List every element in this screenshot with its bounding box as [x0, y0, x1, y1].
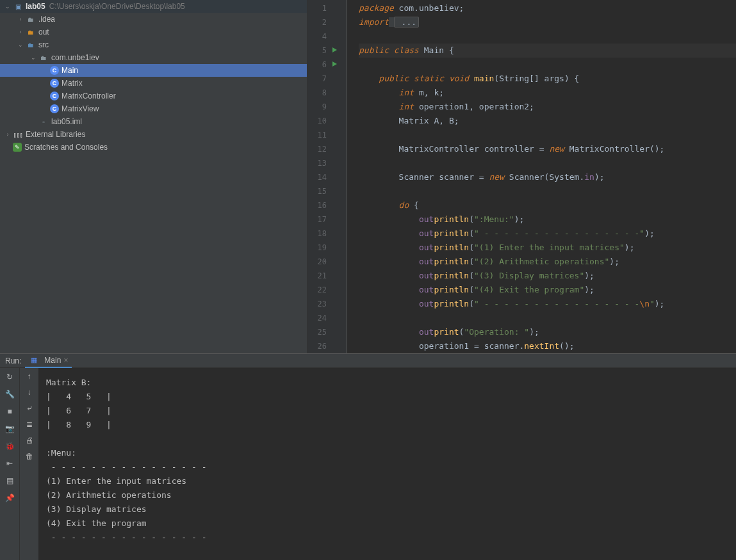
chevron-down-icon: ⌄	[15, 42, 26, 48]
package-row[interactable]: ⌄ 🖿 com.unbe1iev	[0, 51, 307, 64]
chevron-right-icon: ›	[3, 131, 13, 138]
fold-column	[338, 0, 347, 353]
folder-out[interactable]: › 🖿 out	[0, 26, 307, 38]
chevron-right-icon: ›	[15, 16, 26, 22]
module-icon: ▣	[13, 1, 23, 12]
external-libraries[interactable]: › ⫿⫿⫿ External Libraries	[0, 128, 307, 141]
print-icon[interactable]: 🖨	[26, 436, 33, 445]
class-label: Main	[61, 66, 78, 75]
code-editor[interactable]: 1245678910111213141516171819202122232425…	[307, 0, 736, 353]
up-icon[interactable]: ↑	[28, 372, 31, 381]
project-root-name: lab05	[26, 2, 45, 11]
softwrap-icon[interactable]: ⤶	[26, 404, 33, 413]
file-icon: ▫	[38, 116, 49, 127]
class-label: MatrixController	[61, 92, 116, 100]
code-content[interactable]: package com.unbe1iev; import ... public …	[347, 0, 736, 353]
close-icon[interactable]: ×	[63, 356, 68, 365]
folder-label: .idea	[38, 15, 55, 24]
project-root[interactable]: ⌄ ▣ lab05 C:\Users\oskja\OneDrive\Deskto…	[0, 0, 307, 13]
run-header: Run: ▦ Main ×	[0, 354, 736, 368]
file-label: lab05.iml	[51, 117, 82, 126]
package-label: com.unbe1iev	[51, 53, 99, 62]
run-tool-window[interactable]: Run: ▦ Main × ↻ 🔧 ■ 📷 🐞 ⇤ ▤ 📌 ↑ ↓ ⤶ ≣ 🖨 …	[0, 353, 736, 560]
stop-icon[interactable]: ■	[4, 406, 15, 417]
layout-icon[interactable]: ▤	[4, 476, 15, 486]
folder-icon: 🖿	[26, 27, 36, 37]
folder-label: out	[38, 28, 49, 36]
external-libs-label: External Libraries	[26, 130, 85, 139]
scratches-label: Scratches and Consoles	[24, 143, 108, 152]
folder-label: src	[38, 40, 49, 49]
line-number-gutter: 1245678910111213141516171819202122232425…	[307, 0, 338, 353]
class-label: Matrix	[61, 79, 83, 88]
scratch-icon: ✎	[13, 143, 22, 152]
chevron-right-icon: ›	[15, 29, 26, 35]
run-toolbar-right: ↑ ↓ ⤶ ≣ 🖨 🗑	[19, 368, 38, 560]
class-icon: C	[50, 92, 59, 100]
down-icon[interactable]: ↓	[28, 388, 31, 397]
project-root-path: C:\Users\oskja\OneDrive\Desktop\lab05	[49, 2, 185, 11]
libraries-icon: ⫿⫿⫿	[13, 129, 23, 140]
run-tab-main[interactable]: ▦ Main ×	[25, 354, 72, 368]
folder-icon: 🖿	[26, 14, 36, 24]
class-main[interactable]: C Main	[0, 64, 307, 77]
chevron-down-icon: ⌄	[28, 54, 38, 61]
camera-icon[interactable]: 📷	[4, 424, 15, 434]
run-toolbar-left: ↻ 🔧 ■ 📷 🐞 ⇤ ▤ 📌	[0, 368, 19, 560]
console-output[interactable]: Matrix B: | 4 5 | | 6 7 | | 8 9 | :Menu:…	[38, 368, 736, 560]
scroll-icon[interactable]: ≣	[26, 420, 33, 429]
chevron-down-icon: ⌄	[3, 3, 13, 10]
pin-icon[interactable]: 📌	[4, 493, 15, 503]
package-icon: 🖿	[38, 52, 49, 63]
exit-icon[interactable]: ⇤	[4, 458, 15, 468]
class-matrixcontroller[interactable]: C MatrixController	[0, 90, 307, 102]
folder-idea[interactable]: › 🖿 .idea	[0, 13, 307, 26]
class-icon: C	[50, 79, 59, 88]
folder-src[interactable]: ⌄ 🖿 src	[0, 38, 307, 51]
class-matrixview[interactable]: C MatrixView	[0, 102, 307, 115]
project-tree[interactable]: ⌄ ▣ lab05 C:\Users\oskja\OneDrive\Deskto…	[0, 0, 307, 353]
class-icon: C	[50, 66, 59, 75]
trash-icon[interactable]: 🗑	[26, 452, 33, 461]
class-matrix[interactable]: C Matrix	[0, 77, 307, 90]
file-iml[interactable]: ▫ lab05.iml	[0, 115, 307, 128]
class-label: MatrixView	[61, 104, 99, 113]
run-label: Run:	[5, 356, 21, 365]
rerun-icon[interactable]: ↻	[4, 372, 15, 382]
bug-icon[interactable]: 🐞	[4, 441, 15, 451]
wrench-icon[interactable]: 🔧	[4, 389, 15, 399]
scratches[interactable]: ✎ Scratches and Consoles	[0, 141, 307, 154]
run-tab-label: Main	[44, 356, 61, 365]
folder-icon: 🖿	[26, 40, 36, 50]
app-icon: ▦	[29, 355, 39, 365]
class-icon: C	[50, 104, 59, 113]
